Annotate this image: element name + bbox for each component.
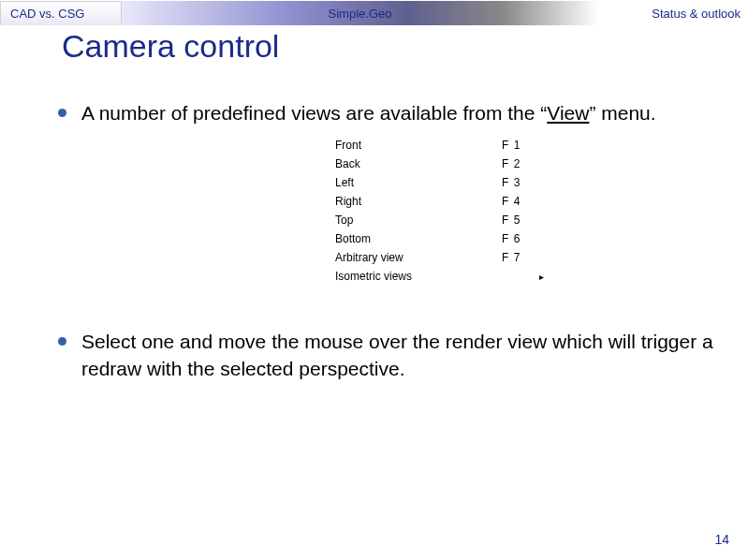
menu-item-back[interactable]: Back F 2 <box>333 155 567 173</box>
menu-shortcut: F 5 <box>502 214 539 227</box>
menu-shortcut: F 2 <box>502 157 539 170</box>
menu-shortcut: F 1 <box>502 139 539 152</box>
bullet-item-1: A number of predefined views are availab… <box>58 100 720 126</box>
content-area: A number of predefined views are availab… <box>0 100 748 382</box>
page-number: 14 <box>714 532 729 547</box>
bullet1-part-b: ” menu. <box>589 102 655 124</box>
view-menu: Front F 1 Back F 2 Left F 3 Right F 4 To… <box>333 136 567 286</box>
bullet-icon <box>58 337 66 346</box>
menu-label: Bottom <box>333 232 502 245</box>
tab-simple-geo[interactable]: Simple.Geo <box>122 1 598 25</box>
menu-label: Left <box>333 176 502 189</box>
menu-shortcut: F 7 <box>502 251 539 264</box>
menu-item-bottom[interactable]: Bottom F 6 <box>333 229 567 248</box>
menu-label: Right <box>333 195 502 208</box>
menu-item-isometric[interactable]: Isometric views ▸ <box>333 267 567 286</box>
menu-label: Front <box>333 139 502 152</box>
menu-item-left[interactable]: Left F 3 <box>333 173 567 192</box>
bullet1-part-a: A number of predefined views are availab… <box>81 102 547 124</box>
menu-shortcut: F 6 <box>502 232 539 245</box>
bullet-text-1: A number of predefined views are availab… <box>81 100 656 126</box>
menu-label: Isometric views <box>333 270 502 283</box>
menu-label: Back <box>333 157 502 170</box>
menu-label: Arbitrary view <box>333 251 502 264</box>
menu-shortcut: F 3 <box>502 176 539 189</box>
bullet-icon <box>58 109 66 117</box>
view-menu-reference: View <box>547 102 589 124</box>
menu-item-right[interactable]: Right F 4 <box>333 192 567 211</box>
menu-item-arbitrary[interactable]: Arbitrary view F 7 <box>333 248 567 267</box>
tab-cad-vs-csg[interactable]: CAD vs. CSG <box>0 1 122 25</box>
submenu-arrow-icon: ▸ <box>539 272 550 282</box>
tab-bar: CAD vs. CSG Simple.Geo Status & outlook <box>0 0 748 26</box>
page-title: Camera control <box>62 28 748 65</box>
menu-shortcut: F 4 <box>502 195 539 208</box>
bullet-item-2: Select one and move the mouse over the r… <box>58 329 720 382</box>
menu-item-front[interactable]: Front F 1 <box>333 136 567 155</box>
menu-item-top[interactable]: Top F 5 <box>333 211 567 229</box>
tab-status-outlook[interactable]: Status & outlook <box>598 1 748 25</box>
menu-label: Top <box>333 214 502 227</box>
bullet-text-2: Select one and move the mouse over the r… <box>81 329 720 382</box>
